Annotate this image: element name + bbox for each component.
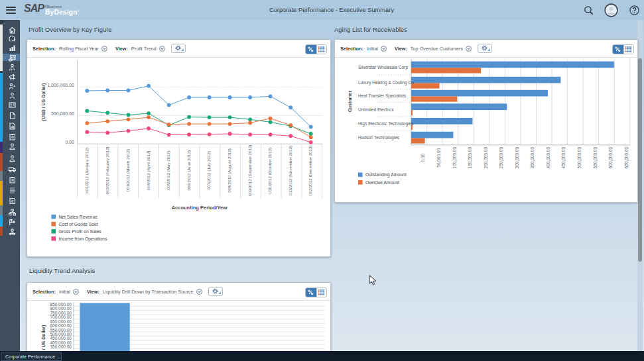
svg-text:Hudson Technologies: Hudson Technologies [358,135,400,140]
svg-text:€: € [11,199,13,203]
svg-text:350,000.00: 350,000.00 [50,344,72,349]
svg-text:550,000.00: 550,000.00 [593,147,598,169]
svg-text:007/2012 (July 2012): 007/2012 (July 2012) [206,151,211,189]
svg-text:500,000.00: 500,000.00 [577,147,582,169]
svg-text:300,000.00: 300,000.00 [515,147,519,169]
svg-text:Customer: Customer [348,90,352,112]
svg-text:High Electronic Technologies: High Electronic Technologies [358,121,414,127]
svg-text:Accounting Period/Year: Accounting Period/Year [172,205,228,211]
svg-text:(USD / US Dollar): (USD / US Dollar) [41,325,46,352]
svg-text:450,000.00: 450,000.00 [562,147,566,169]
svg-text:1,000,000.00: 1,000,000.00 [47,83,74,87]
svg-text:50,000.00: 50,000.00 [436,148,441,167]
svg-text:Unlimited Electrics: Unlimited Electrics [358,107,394,112]
svg-text:(USD / US Dollar): (USD / US Dollar) [41,83,46,121]
svg-text:100,000.00: 100,000.00 [452,147,457,169]
svg-text:006/2012 (June 2012): 006/2012 (June 2012) [186,150,191,191]
svg-text:Overdue Amount: Overdue Amount [365,180,399,185]
svg-text:Outstanding Amount: Outstanding Amount [365,172,407,178]
svg-text:010/2012 (October 2012): 010/2012 (October 2012) [267,148,272,193]
svg-text:Silverstar Wholesale Corp: Silverstar Wholesale Corp [358,65,409,70]
svg-text:009/2012 (September 2012): 009/2012 (September 2012) [247,145,252,196]
svg-text:002/2012 (February 2012): 002/2012 (February 2012) [105,146,109,194]
svg-text:Gross Profit on Sales: Gross Profit on Sales [58,229,101,234]
svg-text:Income from Operations: Income from Operations [58,236,107,242]
svg-text:0.00: 0.00 [65,140,74,144]
svg-text:500,000.00: 500,000.00 [51,111,74,116]
svg-text:001/2012 (January 2012): 001/2012 (January 2012) [84,148,89,193]
svg-text:Heat Transfer Specialists: Heat Transfer Specialists [358,93,407,99]
svg-text:Cost of Goods Sold: Cost of Goods Sold [58,222,97,227]
svg-text:004/2012 (April 2012): 004/2012 (April 2012) [146,151,151,191]
svg-text:400,000.00: 400,000.00 [546,147,550,169]
svg-text:350,000.00: 350,000.00 [530,147,535,169]
svg-text:Luxury Heating & Cooling Co: Luxury Heating & Cooling Co [358,80,414,85]
svg-text:0.00: 0.00 [421,153,426,162]
svg-text:650,000.00: 650,000.00 [624,147,629,169]
svg-text:012/2012 (December 2012): 012/2012 (December 2012) [308,145,313,195]
svg-text:003/2012 (March 2012): 003/2012 (March 2012) [125,149,130,191]
svg-text:150,000.00: 150,000.00 [468,147,472,169]
svg-text:Net Sales Revenue: Net Sales Revenue [58,215,97,219]
svg-text:250,000.00: 250,000.00 [499,147,503,169]
svg-text:008/2012 (August 2012): 008/2012 (August 2012) [227,148,231,192]
svg-text:005/2012 (May 2012): 005/2012 (May 2012) [166,151,170,190]
svg-text:600,000.00: 600,000.00 [608,147,613,169]
svg-text:200,000.00: 200,000.00 [483,147,488,169]
svg-text:011/2012 (November 2012): 011/2012 (November 2012) [288,146,292,195]
